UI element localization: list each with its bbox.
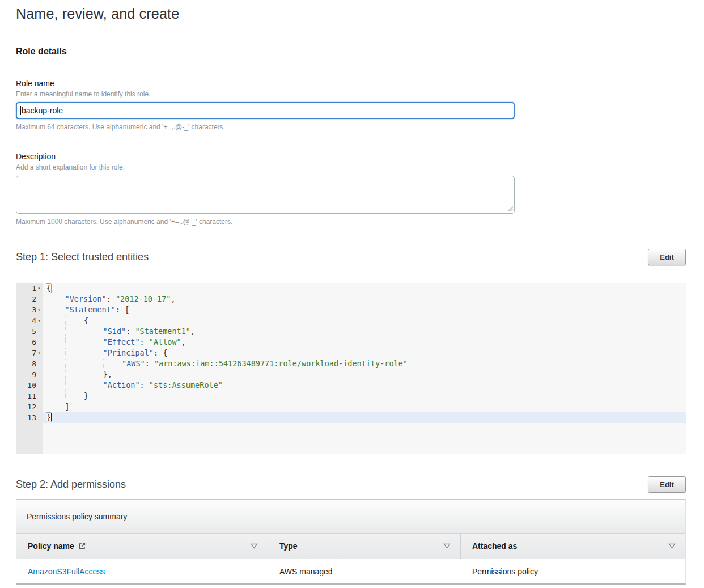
editor-cursor	[51, 413, 52, 421]
code-line-2[interactable]: 2 "Version": "2012-10-17",	[16, 294, 686, 304]
line-number: 6	[32, 337, 36, 348]
column-label: Policy name	[28, 542, 74, 551]
role-name-input[interactable]	[16, 102, 515, 119]
line-number-cell: 7▾	[16, 348, 43, 358]
sort-dropdown-icon[interactable]	[251, 543, 258, 549]
line-number: 10	[27, 380, 36, 391]
line-number: 7	[32, 348, 36, 358]
line-number: 13	[27, 412, 36, 423]
code-text: "AWS": "arn:aws:iam::541263489771:role/w…	[43, 358, 686, 369]
sort-dropdown-icon[interactable]	[443, 543, 451, 549]
role-name-constraint: Maximum 64 characters. Use alphanumeric …	[16, 123, 686, 131]
code-text: ]	[43, 401, 686, 412]
code-line-4[interactable]: 4▾ {	[16, 315, 686, 326]
edit-permissions-button[interactable]: Edit	[648, 476, 686, 493]
step2-section: Step 2: Add permissions Edit Permissions…	[16, 476, 686, 585]
line-number-cell: 4▾	[16, 315, 43, 326]
line-number-cell: 2	[16, 294, 43, 304]
step2-header: Step 2: Add permissions Edit	[16, 476, 686, 493]
permissions-table-header: Policy name Type	[16, 534, 685, 559]
description-constraint: Maximum 1000 characters. Use alphanumeri…	[16, 218, 686, 226]
line-number: 8	[32, 358, 36, 369]
line-number-cell: 13	[16, 412, 43, 423]
fold-toggle-icon[interactable]: ▾	[36, 304, 42, 315]
fold-toggle-icon[interactable]: ▾	[36, 348, 42, 358]
code-text: {	[43, 315, 686, 326]
code-line-9[interactable]: 9 },	[16, 369, 686, 380]
policy-name-link[interactable]: AmazonS3FullAccess	[28, 567, 105, 576]
code-text: "Statement": [	[43, 304, 686, 315]
fold-toggle-icon[interactable]: ▾	[36, 315, 42, 326]
table-row: AmazonS3FullAccess AWS managed Permissio…	[16, 559, 685, 583]
external-link-icon[interactable]	[78, 542, 86, 550]
role-details-heading: Role details	[16, 46, 686, 57]
line-number: 2	[32, 294, 36, 304]
permissions-summary-panel: Permissions policy summary Policy name	[16, 499, 686, 585]
code-line-5[interactable]: 5 "Sid": "Statement1",	[16, 326, 686, 337]
column-label: Attached as	[472, 542, 517, 551]
code-text: {	[43, 283, 686, 294]
column-header-policy-name[interactable]: Policy name	[16, 534, 268, 559]
policy-attached-as-cell: Permissions policy	[461, 567, 685, 576]
role-name-help: Enter a meaningful name to identify this…	[16, 90, 686, 98]
fold-toggle-icon[interactable]: ▾	[36, 283, 42, 294]
code-line-10[interactable]: 10 "Action": "sts:AssumeRole"	[16, 380, 686, 391]
name-review-create-page: Name, review, and create Role details Ro…	[16, 5, 686, 585]
description-textarea[interactable]	[16, 176, 515, 214]
trust-policy-editor[interactable]: 1▾{2 "Version": "2012-10-17",3▾ "Stateme…	[16, 283, 686, 454]
description-label: Description	[16, 152, 686, 162]
description-help: Add a short explanation for this role.	[16, 163, 686, 171]
code-line-7[interactable]: 7▾ "Principal": {	[16, 348, 686, 358]
code-text: "Principal": {	[43, 348, 686, 358]
line-number-cell: 8	[16, 358, 43, 369]
line-number-cell: 3▾	[16, 304, 43, 315]
code-text: "Sid": "Statement1",	[43, 326, 686, 337]
line-number: 11	[27, 391, 36, 401]
role-name-input-wrap	[16, 102, 515, 119]
permissions-panel-title: Permissions policy summary	[27, 512, 127, 521]
code-text: }	[43, 412, 686, 423]
line-number-cell: 5	[16, 326, 43, 337]
line-number-cell: 9	[16, 369, 43, 380]
code-text: },	[43, 369, 686, 380]
policy-type-cell: AWS managed	[268, 567, 461, 576]
code-line-12[interactable]: 12 ]	[16, 401, 686, 412]
code-text: }	[43, 391, 686, 401]
page-title: Name, review, and create	[16, 5, 686, 23]
code-text: "Effect": "Allow",	[43, 337, 686, 348]
code-line-6[interactable]: 6 "Effect": "Allow",	[16, 337, 686, 348]
line-number-cell: 11	[16, 391, 43, 401]
code-line-11[interactable]: 11 }	[16, 391, 686, 401]
description-textarea-wrap	[16, 176, 515, 214]
column-label: Type	[279, 542, 298, 551]
sort-dropdown-icon[interactable]	[668, 543, 676, 549]
step1-section: Step 1: Select trusted entities Edit 1▾{…	[16, 248, 686, 454]
text-cursor	[20, 106, 21, 115]
line-number-cell: 10	[16, 380, 43, 391]
code-line-13[interactable]: 13}	[16, 412, 686, 423]
line-number: 3	[32, 304, 36, 315]
line-number-cell: 12	[16, 401, 43, 412]
column-header-type[interactable]: Type	[268, 534, 461, 559]
trust-policy-code: 1▾{2 "Version": "2012-10-17",3▾ "Stateme…	[16, 283, 686, 423]
step2-heading: Step 2: Add permissions	[16, 479, 126, 490]
code-text: "Version": "2012-10-17",	[43, 294, 686, 304]
line-number: 4	[32, 315, 36, 326]
column-header-attached-as[interactable]: Attached as	[461, 534, 685, 559]
step1-header: Step 1: Select trusted entities Edit	[16, 248, 686, 265]
code-text: "Action": "sts:AssumeRole"	[43, 380, 686, 391]
code-line-1[interactable]: 1▾{	[16, 283, 686, 294]
edit-trusted-entities-button[interactable]: Edit	[648, 249, 686, 265]
code-line-3[interactable]: 3▾ "Statement": [	[16, 304, 686, 315]
resize-grip-icon[interactable]	[507, 205, 513, 211]
step1-heading: Step 1: Select trusted entities	[16, 251, 149, 263]
line-number: 9	[32, 369, 36, 380]
line-number: 5	[32, 326, 36, 337]
line-number-cell: 1▾	[16, 283, 43, 294]
role-details-section: Role details Role name Enter a meaningfu…	[16, 46, 686, 226]
role-name-label: Role name	[16, 79, 686, 88]
section-divider	[16, 67, 686, 67]
code-line-8[interactable]: 8 "AWS": "arn:aws:iam::541263489771:role…	[16, 358, 686, 369]
line-number: 12	[27, 401, 36, 412]
line-number: 1	[32, 283, 36, 294]
